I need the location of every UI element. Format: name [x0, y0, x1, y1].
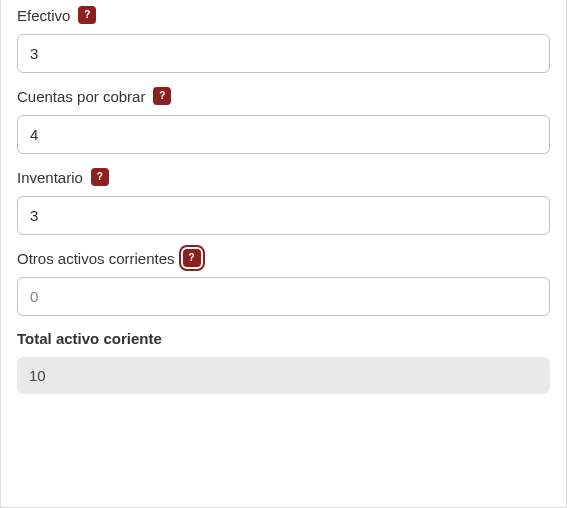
- efectivo-input[interactable]: [17, 34, 550, 73]
- inventario-input[interactable]: [17, 196, 550, 235]
- help-icon[interactable]: ?: [78, 6, 96, 24]
- help-icon[interactable]: ?: [153, 87, 171, 105]
- total-output: [17, 357, 550, 394]
- total-label: Total activo coriente: [17, 330, 550, 347]
- otros-label: Otros activos corrientes: [17, 250, 175, 267]
- help-icon[interactable]: ?: [183, 249, 201, 267]
- total-section: Total activo coriente: [17, 330, 550, 394]
- field-otros-activos: Otros activos corrientes ?: [17, 249, 550, 316]
- field-efectivo: Efectivo ?: [17, 6, 550, 73]
- cuentas-input[interactable]: [17, 115, 550, 154]
- field-inventario: Inventario ?: [17, 168, 550, 235]
- otros-input[interactable]: [17, 277, 550, 316]
- field-cuentas-por-cobrar: Cuentas por cobrar ?: [17, 87, 550, 154]
- help-icon[interactable]: ?: [91, 168, 109, 186]
- efectivo-label: Efectivo: [17, 7, 70, 24]
- inventario-label: Inventario: [17, 169, 83, 186]
- form-panel: Efectivo ? Cuentas por cobrar ? Inventar…: [0, 0, 567, 508]
- cuentas-label: Cuentas por cobrar: [17, 88, 145, 105]
